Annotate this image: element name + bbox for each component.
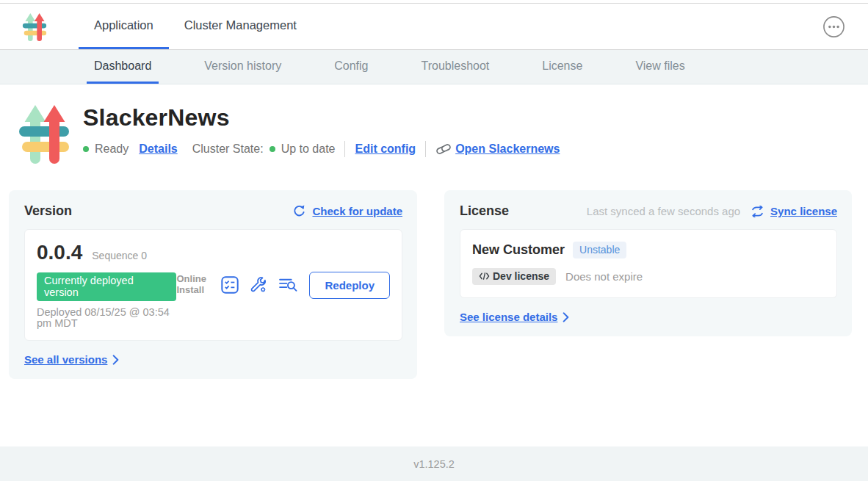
version-number: 0.0.4 (37, 241, 82, 264)
open-app-label: Open Slackernews (455, 142, 560, 156)
see-license-details[interactable]: See license details (460, 311, 837, 323)
see-license-details-label: See license details (460, 311, 557, 323)
check-update-link: Check for update (312, 205, 402, 217)
license-expiry: Does not expire (565, 270, 643, 283)
edit-config-link[interactable]: Edit config (355, 142, 416, 156)
details-link[interactable]: Details (139, 142, 177, 156)
top-header: Application Cluster Management (0, 4, 868, 50)
open-app-link[interactable]: Open Slackernews (435, 142, 560, 156)
see-all-versions-label: See all versions (24, 353, 107, 366)
tab-application[interactable]: Application (79, 4, 169, 49)
app-status-dot (83, 146, 89, 152)
app-header: SlackerNews Ready Details Cluster State:… (15, 102, 868, 164)
chevron-right-icon (112, 355, 119, 365)
app-subnav: Dashboard Version history Config Trouble… (0, 50, 868, 84)
version-sequence: Sequence 0 (92, 250, 147, 261)
view-diff-icon[interactable] (278, 276, 298, 294)
license-card-title: License (460, 203, 509, 219)
deployed-timestamp: Deployed 08/15/25 @ 03:54 pm MDT (37, 307, 176, 329)
current-version-panel: 0.0.4 Sequence 0 Currently deployed vers… (24, 229, 402, 341)
version-card: Version Check for update 0.0.4 Sequence … (9, 190, 417, 379)
more-menu-icon[interactable] (822, 15, 845, 38)
preflight-checks-icon[interactable] (221, 276, 239, 294)
edit-config-icon[interactable] (250, 276, 267, 294)
divider (425, 141, 426, 157)
license-type-label: Dev license (493, 270, 549, 282)
sync-icon (751, 206, 764, 217)
divider (344, 141, 345, 157)
link-icon (435, 142, 452, 156)
check-for-update[interactable]: Check for update (292, 204, 402, 218)
tab-cluster-management[interactable]: Cluster Management (169, 4, 312, 49)
slackernews-app-icon (15, 102, 73, 164)
tab-license[interactable]: License (535, 50, 590, 84)
tab-version-history[interactable]: Version history (197, 50, 289, 84)
sync-license-link[interactable]: Sync license (770, 205, 837, 217)
app-logo-icon (21, 12, 48, 41)
license-card: License Last synced a few seconds ago Sy… (444, 190, 852, 336)
app-status-row: Ready Details Cluster State: Up to date … (83, 141, 560, 157)
app-status-label: Ready (95, 142, 129, 156)
last-synced-label: Last synced a few seconds ago (587, 205, 740, 217)
tab-config[interactable]: Config (327, 50, 375, 84)
channel-badge: Unstable (573, 242, 626, 258)
customer-name: New Customer (472, 242, 565, 258)
cluster-state-label: Cluster State: (192, 142, 264, 156)
deployed-status-badge: Currently deployed version (37, 272, 176, 301)
cluster-state-dot (270, 146, 275, 152)
install-type-label: Online Install (176, 274, 210, 296)
tab-view-files[interactable]: View files (628, 50, 692, 84)
see-all-versions[interactable]: See all versions (24, 353, 402, 366)
tab-dashboard[interactable]: Dashboard (87, 50, 159, 84)
chevron-right-icon (563, 312, 569, 322)
page-title: SlackerNews (83, 104, 560, 131)
dashboard-main: SlackerNews Ready Details Cluster State:… (0, 84, 868, 379)
cluster-state-value: Up to date (281, 142, 336, 156)
refresh-icon (292, 204, 306, 218)
dashboard-cards: Version Check for update 0.0.4 Sequence … (9, 190, 852, 379)
license-detail-panel: New Customer Unstable Dev license Does n… (460, 229, 837, 298)
license-type-badge: Dev license (472, 268, 556, 285)
version-card-title: Version (24, 203, 72, 219)
tab-troubleshoot[interactable]: Troubleshoot (413, 50, 496, 84)
console-version: v1.125.2 (413, 458, 455, 470)
code-icon (479, 272, 490, 281)
header-nav: Application Cluster Management (79, 4, 312, 49)
redeploy-button[interactable]: Redeploy (309, 272, 390, 299)
header-spacer (312, 4, 822, 49)
console-footer: v1.125.2 (0, 446, 868, 481)
